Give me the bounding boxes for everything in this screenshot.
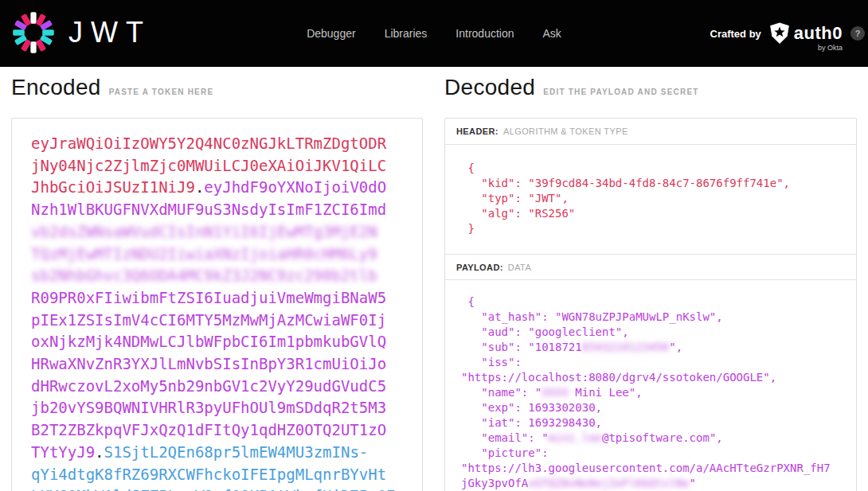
code-line: qYi4dtgK8fRZ69RXCWFhckoIFEIpgMLqnrBYvHt [31, 464, 403, 486]
code-line: "aud": "googleclient", [461, 325, 840, 340]
code-line: TYtYyJ9.S1SjtL2QEn68pr5lmEW4MU3zmINs- [31, 442, 403, 464]
code-line: "https://localhost:8080/dgrv4/ssotoken/G… [461, 370, 840, 385]
nav-item-debugger[interactable]: Debugger [307, 27, 356, 40]
code-line: { [461, 294, 840, 310]
code-line: "typ": "JWT", [461, 191, 840, 206]
decoded-title-block: Decoded EDIT THE PAYLOAD AND SECRET [444, 75, 699, 107]
code-line: LKY6OMbWAldJZZPLuxW9qf0OKPAtWknfUiD75q0E [31, 485, 403, 491]
code-line: "at_hash": "WGN78uZPJPaMUwLP_nKslw", [461, 310, 840, 325]
crafted-by-label: Crafted by [710, 28, 761, 40]
code-line: dHRwczovL2xoMy5nb29nbGV1c2VyY29udGVudC5 [31, 376, 403, 398]
code-line: "kid": "39f9cd84-34bd-4fd8-84c7-8676f9ff… [461, 176, 840, 191]
code-line: R09PR0xFIiwibmFtZSI6IuadjuiVmeWmgiBNaW5 [31, 287, 403, 310]
by-okta-label: by Okta [818, 44, 843, 52]
header-section-sublabel: ALGORITHM & TOKEN TYPE [503, 127, 628, 136]
header-section-bar: HEADER: ALGORITHM & TOKEN TYPE [445, 119, 856, 145]
code-line: vb2dsZWNsaWVudCIsInN1YiI6IjEwMTg3MjE2N [31, 221, 403, 244]
auth0-shield-icon [769, 22, 790, 45]
code-line: "alg": "RS256" [461, 206, 840, 221]
jwt-starburst-icon [11, 10, 56, 55]
payload-section-label: PAYLOAD: [456, 263, 503, 272]
code-line: eyJraWQiOiIzOWY5Y2Q4NC0zNGJkLTRmZDgtODR [31, 133, 403, 155]
encoded-token-box[interactable]: eyJraWQiOiIzOWY5Y2Q4NC0zNGJkLTRmZDgtODRj… [11, 118, 423, 491]
auth0-link[interactable]: auth0 by Okta [769, 22, 843, 45]
nav-item-libraries[interactable]: Libraries [385, 27, 428, 40]
help-button[interactable]: ? [850, 26, 865, 41]
code-line: oxNjkzMjk4NDMwLCJlbWFpbCI6Im1pbmkubGVlQ [31, 331, 403, 353]
payload-section-sublabel: DATA [508, 263, 531, 272]
nav-item-ask[interactable]: Ask [543, 27, 561, 40]
code-line: TQzMjEwMTIzNDU2IiwiaXNzIjoiaHR0cHM6Ly9 [31, 244, 403, 266]
crafted-by-block: Crafted by auth0 by Okta [710, 0, 843, 67]
auth0-label: auth0 [794, 23, 843, 44]
decoded-header-json[interactable]: { "kid": "39f9cd84-34bd-4fd8-84c7-8676f9… [445, 145, 856, 254]
code-line: jNy04Njc2ZjlmZjc0MWUiLCJ0eXAiOiJKV1QiLC [31, 155, 403, 177]
nav-item-introduction[interactable]: Introduction [456, 27, 514, 40]
code-line: sb2NhbGhvc3Q6ODA4MC9kZ3J2NC9zc290b2tlb [31, 265, 403, 287]
code-line: JhbGciOiJSUzI1NiJ9.eyJhdF9oYXNoIjoiV0dO [31, 177, 403, 199]
code-line: jb20vYS9BQWNIVHRlR3pyUFhOUl9mSDdqR2t5M3 [31, 397, 403, 419]
code-line: "https://lh3.googleusercontent.com/a/AAc… [461, 461, 840, 476]
topbar: JWT DebuggerLibrariesIntroductionAsk Cra… [0, 0, 868, 67]
decoded-title: Decoded [444, 75, 535, 100]
encoded-title: Encoded [11, 75, 101, 100]
code-line: "iat": 1693298430, [461, 415, 840, 431]
decoded-subtitle: EDIT THE PAYLOAD AND SECRET [543, 88, 698, 96]
code-line: Nzh1WlBKUGFNVXdMUF9uS3NsdyIsImF1ZCI6Imd [31, 199, 403, 221]
code-line: B2T2ZBZkpqVFJxQzQ1dFItQy1qdHZ0OTQ2UT1zO [31, 419, 403, 442]
code-line: } [461, 221, 840, 236]
main-nav: DebuggerLibrariesIntroductionAsk [307, 0, 561, 67]
code-line: "email": "mini.lee@tpisoftware.com", [461, 431, 840, 446]
code-line: "name": "XXXX Mini Lee", [461, 385, 840, 400]
encoded-title-block: Encoded PASTE A TOKEN HERE [11, 75, 213, 107]
code-line: jGky3pvOfAxGTQZ8sNe8ejIeFlKbQtslNe" [461, 476, 840, 491]
encoded-token[interactable]: eyJraWQiOiIzOWY5Y2Q4NC0zNGJkLTRmZDgtODRj… [12, 119, 422, 491]
header-section-label: HEADER: [456, 127, 499, 136]
code-line: "exp": 1693302030, [461, 400, 840, 415]
code-line: { [461, 161, 840, 176]
code-line: "sub": "10187216543210123456", [461, 340, 840, 355]
code-line: HRwaXNvZnR3YXJlLmNvbSIsInBpY3R1cmUiOiJo [31, 353, 403, 376]
decoded-payload-json[interactable]: { "at_hash": "WGN78uZPJPaMUwLP_nKslw", "… [445, 280, 856, 491]
decoded-box: HEADER: ALGORITHM & TOKEN TYPE { "kid": … [444, 118, 857, 491]
code-line: pIEx1ZSIsImV4cCI6MTY5MzMwMjAzMCwiaWF0Ij [31, 310, 403, 332]
jwt-logo[interactable]: JWT [11, 10, 151, 55]
brand-text: JWT [68, 10, 151, 55]
encoded-subtitle: PASTE A TOKEN HERE [109, 88, 214, 96]
code-line: "iss": [461, 355, 840, 370]
code-line: "picture": [461, 446, 840, 461]
payload-section-bar: PAYLOAD: DATA [445, 254, 856, 280]
